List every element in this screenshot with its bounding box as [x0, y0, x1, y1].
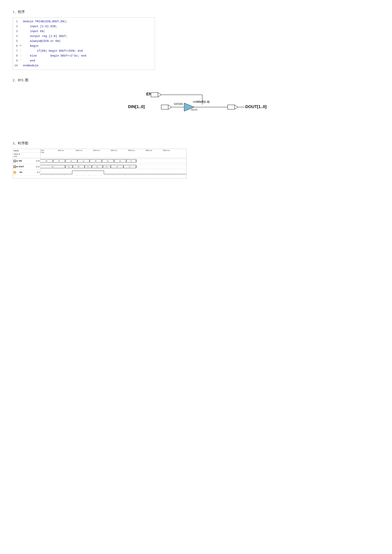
section-2: 2、RTL 图 EN DIN[1..0] DATAIN [13, 78, 379, 133]
header-name-label: Name [14, 150, 39, 152]
svg-text:00: 00 [95, 160, 97, 162]
rtl-svg: EN DIN[1..0] DATAIN OE OUT0 [125, 87, 267, 122]
line-num-4: 4 [13, 34, 20, 38]
en-info: 📶 EN B 0 [13, 169, 41, 175]
din-name: DIN [19, 160, 22, 162]
svg-text:11: 11 [130, 160, 132, 162]
line-num-6: 6 [13, 44, 20, 48]
svg-rect-4 [161, 105, 168, 109]
code-text-3: input EN; [23, 29, 45, 34]
code-line-10: 10 endmodule [13, 63, 155, 68]
line-num-2: 2 [13, 24, 20, 28]
svg-text:01: 01 [107, 160, 109, 162]
time-label-240: 240,0 ns [93, 149, 100, 151]
time-label-480: 480,0 ns [146, 149, 152, 151]
code-text-10: endmodule [23, 63, 38, 68]
dout-name: DOUT [19, 166, 24, 168]
timing-header-name-col: Name Value at0 ps [13, 149, 41, 158]
code-line-2: 2 input [1:0] DIN; [13, 24, 155, 29]
collapse-icon-6[interactable]: ⊟ [20, 44, 23, 47]
code-text-4: output reg [1:0] DOUT; [23, 34, 68, 38]
en-signal-icon: 📶 [14, 171, 16, 174]
din-info: 🔲 ▶ DIN B 00 [13, 158, 41, 164]
svg-marker-1 [158, 93, 161, 97]
line-num-7: 7 [13, 49, 20, 53]
svg-text:11: 11 [83, 160, 84, 162]
ruler-ticks [41, 175, 186, 179]
timing-table: Name Value at0 ps 0 ps0 ps 80,0 ns 160,0… [13, 149, 187, 179]
dout-icon: 🔲 [14, 165, 16, 168]
timing-row-dout: 🔲 ▶ DOUT B ZZ ZZ [13, 164, 186, 169]
time-label-320: 320,0 ns [111, 149, 117, 151]
dout-value: B ZZ [36, 166, 40, 168]
code-text-5: always@(DIN or EN) [23, 39, 61, 43]
svg-text:ZZ: ZZ [96, 166, 98, 168]
dout-signal: ZZ 11 00 [41, 164, 186, 169]
line-num-5: 5 [13, 39, 20, 43]
svg-text:01: 01 [87, 166, 89, 168]
line-num-3: 3 [13, 29, 20, 34]
en-name: EN [20, 171, 22, 173]
out0-label: OUT0 [191, 108, 197, 111]
timing-header: Name Value at0 ps 0 ps0 ps 80,0 ns 160,0… [13, 149, 186, 158]
svg-text:00: 00 [46, 160, 48, 162]
timing-row-en: 📶 EN B 0 [13, 169, 186, 175]
code-text-8: else begin DOUT<=2'bz; end [23, 54, 86, 58]
line-num-10: 10 [13, 63, 20, 68]
code-line-4: 4 output reg [1:0] DOUT; [13, 34, 155, 39]
code-line-7: 7 │ if(EN) begin DOUT<=DIN; end [13, 48, 155, 53]
section-1: 1、程序 1 module TRI4B(DIN,DOUT,EN); 2 inpu… [13, 9, 379, 70]
zero-time-label: 0 ps0 ps [41, 149, 44, 153]
svg-text:11: 11 [68, 166, 70, 168]
en-value: B 0 [37, 171, 40, 173]
en-signal [41, 169, 186, 175]
oe-label: OE [193, 100, 196, 103]
section-3-title: 3、时序图 [13, 141, 379, 146]
svg-text:ZZ: ZZ [51, 166, 53, 168]
svg-marker-10 [235, 105, 238, 109]
code-block: 1 module TRI4B(DIN,DOUT,EN); 2 input [1:… [13, 17, 155, 70]
code-line-6: 6 ⊟ begin [13, 44, 155, 48]
svg-rect-9 [228, 105, 235, 109]
code-line-5: 5 always@(DIN or EN) [13, 39, 155, 44]
rtl-diagram: EN DIN[1..0] DATAIN OE OUT0 [125, 87, 267, 122]
timing-ruler [13, 175, 186, 178]
time-label-80: 80,0 ns [58, 149, 64, 151]
svg-text:10: 10 [70, 160, 72, 162]
line-num-8: 8 [13, 54, 20, 58]
svg-text:01: 01 [58, 160, 60, 162]
datain-label: DATAIN [174, 103, 183, 105]
code-line-8: 8 │ else begin DOUT<=2'bz; end [13, 53, 155, 58]
dout-top-label: DOUT[1..0] [196, 100, 210, 103]
code-text-1: module TRI4B(DIN,DOUT,EN); [23, 20, 68, 24]
time-label-560: 560,0 ns [163, 149, 170, 151]
svg-text:10: 10 [119, 160, 121, 162]
section-2-title: 2、RTL 图 [13, 78, 379, 83]
dout-info: 🔲 ▶ DOUT B ZZ [13, 164, 41, 169]
section-1-title: 1、程序 [13, 9, 379, 14]
code-line-9: 9 └ end [13, 58, 155, 63]
din-icon: 🔲 [14, 160, 16, 162]
line-num-9: 9 [13, 59, 20, 63]
code-text-7: if(EN) begin DOUT<=DIN; end [23, 49, 83, 53]
dout-final-label: DOUT[1..0] [245, 104, 266, 109]
header-value-label: Value at0 ps [14, 153, 39, 158]
line-num-1: 1 [13, 20, 20, 24]
time-label-400: 400,0 ns [128, 149, 135, 151]
code-line-3: 3 input EN; [13, 29, 155, 34]
svg-rect-0 [151, 93, 158, 97]
din-value: B 00 [36, 160, 40, 162]
din-signal: .bus-seg { font-family: Arial; font-size… [41, 158, 186, 164]
svg-text:01: 01 [106, 166, 108, 168]
svg-text:10: 10 [116, 166, 118, 168]
timing-row-din: 🔲 ▶ DIN B 00 .bus-seg { font-family: Ari… [13, 158, 186, 164]
din-expand[interactable]: ▶ [17, 160, 18, 162]
code-text-2: input [1:0] DIN; [23, 24, 57, 28]
code-text-9: end [23, 59, 35, 63]
din-label: DIN[1..0] [128, 104, 145, 109]
dout-expand[interactable]: ▶ [17, 166, 18, 168]
svg-text:11: 11 [129, 166, 131, 168]
time-label-160: 160,0 ns [76, 149, 82, 151]
code-text-6: begin [23, 44, 38, 48]
section-3: 3、时序图 Name Value at0 ps 0 ps0 ps 80,0 ns… [13, 141, 379, 179]
